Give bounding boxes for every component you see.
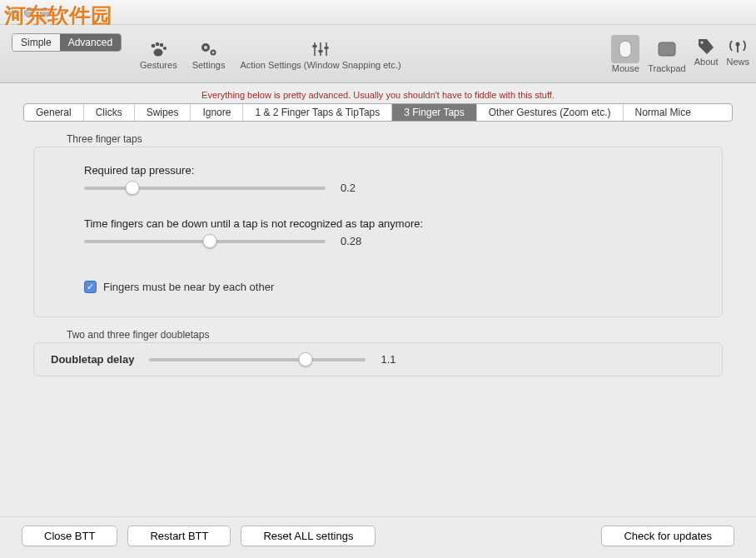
reset-all-button[interactable]: Reset ALL settings [241, 526, 376, 546]
panel-three-finger: Required tap pressure: 0.2 Time fingers … [33, 147, 723, 317]
svg-rect-14 [325, 47, 329, 49]
mode-segmented: Simple Advanced [12, 33, 122, 52]
toolbar-trackpad-label: Trackpad [648, 63, 685, 73]
minimize-window-button[interactable] [24, 7, 34, 17]
doubletap-delay-slider[interactable] [149, 358, 366, 361]
tap-pressure-value: 0.2 [341, 182, 356, 194]
svg-rect-16 [659, 42, 675, 56]
panel-doubletap: Doubletap delay 1.1 [33, 342, 723, 376]
tab-3-finger[interactable]: 3 Finger Taps [392, 104, 477, 121]
field-tap-time: Time fingers can be down until a tap is … [84, 217, 672, 247]
tab-ignore[interactable]: Ignore [191, 104, 243, 121]
gears-icon [192, 38, 226, 60]
content: Three finger taps Required tap pressure:… [0, 122, 756, 376]
svg-point-4 [154, 48, 163, 56]
tab-1-2-finger[interactable]: 1 & 2 Finger Taps & TipTaps [243, 104, 392, 121]
section-doubletap-label: Two and three finger doubletaps [67, 329, 723, 341]
bottom-bar: Close BTT Restart BTT Reset ALL settings… [0, 516, 756, 558]
tab-other-gestures[interactable]: Other Gestures (Zoom etc.) [477, 104, 624, 121]
sub-tabs: General Clicks Swipes Ignore 1 & 2 Finge… [23, 103, 733, 122]
doubletap-delay-label: Doubletap delay [51, 353, 134, 366]
tap-time-label: Time fingers can be down until a tap is … [84, 217, 672, 230]
trackpad-icon [654, 38, 679, 60]
tap-time-slider[interactable] [84, 240, 326, 243]
tap-pressure-slider[interactable] [84, 187, 326, 190]
tap-time-value: 0.28 [341, 235, 361, 247]
check-updates-button[interactable]: Check for updates [601, 526, 734, 546]
slider-thumb[interactable] [298, 352, 312, 366]
sliders-icon [240, 38, 400, 60]
fingers-nearby-row[interactable]: ✓ Fingers must be near by each other [84, 281, 672, 293]
tag-icon [694, 35, 719, 57]
close-window-button[interactable] [8, 7, 18, 17]
svg-point-17 [701, 41, 704, 43]
svg-point-2 [160, 42, 164, 47]
traffic-lights [8, 7, 50, 17]
toolbar-action-settings[interactable]: Action Settings (Window Snapping etc.) [240, 38, 400, 70]
svg-rect-12 [313, 45, 317, 47]
slider-thumb[interactable] [126, 181, 140, 195]
toolbar-gestures[interactable]: Gestures [140, 38, 177, 70]
svg-point-6 [204, 46, 207, 49]
svg-rect-13 [319, 50, 323, 52]
toolbar-news[interactable]: News [726, 35, 749, 73]
tab-clicks[interactable]: Clicks [84, 104, 135, 121]
toolbar-action-settings-label: Action Settings (Window Snapping etc.) [240, 60, 400, 70]
slider-thumb[interactable] [202, 234, 216, 248]
restart-btt-button[interactable]: Restart BTT [127, 526, 231, 546]
svg-point-3 [163, 46, 167, 49]
toolbar-gestures-label: Gestures [140, 60, 177, 70]
toolbar: Simple Advanced Gestures Settings Action… [0, 25, 756, 83]
svg-point-8 [211, 51, 214, 53]
toolbar-mouse-label: Mouse [612, 63, 639, 73]
section-three-finger-label: Three finger taps [67, 133, 723, 145]
doubletap-delay-value: 1.1 [380, 353, 395, 366]
toolbar-left: Gestures Settings Action Settings (Windo… [140, 38, 401, 70]
mode-advanced[interactable]: Advanced [60, 34, 121, 51]
toolbar-news-label: News [726, 57, 749, 67]
toolbar-right: Mouse Trackpad About News [611, 35, 749, 73]
svg-point-1 [156, 42, 160, 46]
toolbar-about-label: About [694, 57, 719, 67]
fingers-nearby-label: Fingers must be near by each other [103, 281, 274, 293]
tab-normal-mice[interactable]: Normal Mice [624, 104, 703, 121]
mode-simple[interactable]: Simple [12, 34, 60, 51]
svg-point-18 [736, 42, 740, 46]
titlebar [0, 0, 756, 25]
tap-pressure-label: Required tap pressure: [84, 164, 672, 177]
tab-general[interactable]: General [24, 104, 84, 121]
toolbar-settings[interactable]: Settings [192, 38, 226, 70]
toolbar-trackpad[interactable]: Trackpad [648, 35, 685, 73]
broadcast-icon [726, 35, 749, 57]
svg-rect-15 [619, 41, 631, 57]
toolbar-mouse[interactable]: Mouse [611, 35, 639, 73]
zoom-window-button[interactable] [40, 7, 50, 17]
field-tap-pressure: Required tap pressure: 0.2 [84, 164, 672, 194]
svg-point-0 [152, 43, 156, 47]
mouse-icon [618, 38, 633, 60]
toolbar-about[interactable]: About [694, 35, 719, 73]
checkbox-icon[interactable]: ✓ [84, 281, 97, 293]
paw-icon [140, 38, 177, 60]
tab-swipes[interactable]: Swipes [135, 104, 191, 121]
toolbar-settings-label: Settings [192, 60, 226, 70]
close-btt-button[interactable]: Close BTT [22, 526, 117, 546]
warning-text: Everything below is pretty advanced. Usu… [0, 83, 756, 103]
